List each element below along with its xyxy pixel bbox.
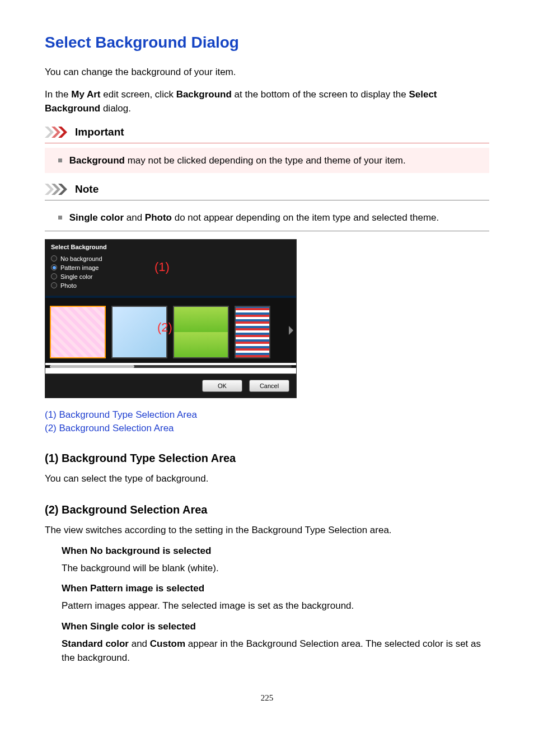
note-label: Note [45, 183, 489, 195]
dialog-thumbnails: (2) [45, 296, 296, 363]
divider [45, 143, 489, 143]
cancel-button[interactable]: Cancel [249, 380, 289, 392]
svg-marker-3 [45, 184, 54, 195]
def-term: When No background is selected [62, 545, 489, 557]
def-body: The background will be blank (white). [62, 561, 489, 576]
chevron-right-icon[interactable] [287, 326, 294, 335]
section-1-heading: (1) Background Type Selection Area [45, 452, 489, 465]
def-term: When Single color is selected [62, 621, 489, 632]
link-section-1[interactable]: (1) Background Type Selection Area [45, 409, 489, 421]
thumbnail[interactable] [50, 306, 106, 358]
svg-marker-0 [45, 127, 54, 138]
radio-no-background[interactable]: No background [51, 254, 291, 263]
radio-photo[interactable]: Photo [51, 281, 291, 290]
definitions-list: When No background is selected The backg… [62, 545, 489, 665]
ok-button[interactable]: OK [202, 380, 242, 392]
def-body: Pattern images appear. The selected imag… [62, 599, 489, 613]
page-title: Select Background Dialog [45, 34, 489, 52]
scrollbar[interactable] [50, 365, 292, 368]
def-body: Standard color and Custom appear in the … [62, 637, 489, 665]
thumbnail[interactable] [173, 306, 229, 358]
note-box: Single color and Photo do not appear dep… [45, 205, 489, 231]
radio-single-color[interactable]: Single color [51, 272, 291, 281]
def-term: When Pattern image is selected [62, 583, 489, 594]
divider [45, 200, 489, 200]
page-number: 225 [45, 693, 489, 703]
section-2-body: The view switches according to the setti… [45, 523, 489, 538]
link-section-2[interactable]: (2) Background Selection Area [45, 423, 489, 434]
dialog-options: No background Pattern image Single color… [45, 254, 296, 296]
thumbnail[interactable] [111, 306, 167, 358]
screenshot-select-background: Select Background No background Pattern … [45, 239, 297, 398]
bullet-icon [58, 216, 62, 220]
section-2-heading: (2) Background Selection Area [45, 503, 489, 516]
dialog-title: Select Background [45, 240, 296, 254]
usage-text: In the My Art edit screen, click Backgro… [45, 87, 489, 116]
svg-marker-6 [289, 326, 293, 335]
important-box: Background may not be clicked depending … [45, 148, 489, 174]
intro-text: You can change the background of your it… [45, 65, 489, 80]
chevrons-icon [45, 127, 71, 138]
chevrons-icon [45, 184, 71, 195]
section-1-body: You can select the type of background. [45, 472, 489, 486]
bullet-icon [58, 158, 62, 162]
radio-pattern-image[interactable]: Pattern image [51, 263, 291, 272]
thumbnail[interactable] [235, 306, 270, 358]
important-label: Important [45, 126, 489, 138]
